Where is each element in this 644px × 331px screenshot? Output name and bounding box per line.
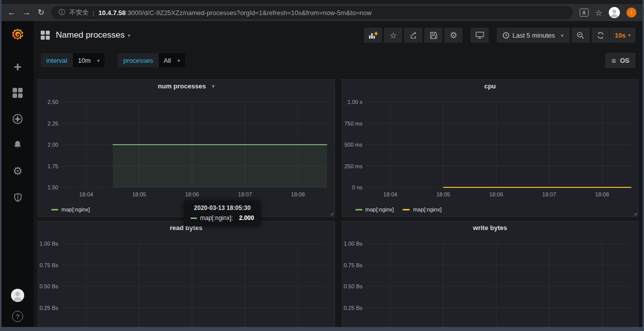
sidebar-item-dashboards[interactable] bbox=[12, 87, 23, 98]
chart-wrap: 2.502.252.001.751.5018:0418:0518:0618:07… bbox=[38, 92, 334, 216]
os-link-label: OS bbox=[620, 57, 629, 64]
chart-canvas-read-bytes[interactable]: 1.00 Bs0.75 Bs0.50 Bs0.25 Bs0 B18:0418:0… bbox=[38, 234, 334, 327]
refresh-interval-caret: ▾ bbox=[628, 33, 630, 38]
grafana-logo[interactable] bbox=[10, 27, 26, 43]
refresh-interval-dropdown[interactable]: 10s ▾ bbox=[609, 28, 635, 43]
legend-item[interactable]: map[:nginx] bbox=[355, 206, 394, 212]
svg-text:0.75 Bs: 0.75 Bs bbox=[40, 262, 59, 268]
refresh-picker: 10s ▾ bbox=[592, 28, 635, 43]
svg-text:18:06: 18:06 bbox=[489, 191, 503, 197]
forward-icon[interactable]: → bbox=[23, 9, 31, 17]
dashboard-navbar: Named processes ▾ ☆ bbox=[34, 21, 642, 49]
chart-wrap: 1.00 s750 ms500 ms250 ms0 ns18:0418:0518… bbox=[342, 92, 638, 216]
share-icon bbox=[410, 32, 417, 39]
time-range-label: Last 5 minutes bbox=[512, 32, 555, 39]
variable-processes[interactable]: processes All ▾ bbox=[118, 53, 185, 67]
reload-icon[interactable]: ↻ bbox=[38, 9, 44, 17]
os-link-button[interactable]: ≡ OS bbox=[605, 53, 635, 68]
legend-color-dash bbox=[355, 209, 362, 210]
mark-favorite-button[interactable]: ☆ bbox=[384, 28, 402, 43]
variable-processes-value[interactable]: All ▾ bbox=[159, 53, 185, 67]
svg-text:18:05: 18:05 bbox=[436, 191, 450, 197]
sidebar-item-server-admin[interactable] bbox=[12, 192, 23, 203]
browser-update-icon[interactable]: ↑ bbox=[626, 8, 636, 18]
panel-grid: num processes ▾ 2.502.252.001.751.5018:0… bbox=[34, 71, 642, 327]
dashboards-grid-icon bbox=[13, 88, 23, 98]
chart-canvas-cpu[interactable]: 1.00 s750 ms500 ms250 ms0 ns18:0418:0518… bbox=[342, 92, 638, 216]
sidebar-item-configuration[interactable]: ⚙ bbox=[12, 166, 23, 177]
graph-tooltip: 2020-03-13 18:05:30 map[:nginx]: 2.000 bbox=[184, 200, 260, 226]
chart-canvas-num-processes[interactable]: 2.502.252.001.751.5018:0418:0518:0618:07… bbox=[38, 92, 334, 216]
legend-color-dash bbox=[403, 209, 410, 210]
time-range-picker[interactable]: Last 5 minutes ▾ bbox=[497, 28, 570, 43]
user-avatar[interactable] bbox=[11, 289, 24, 302]
legend-item[interactable]: map[:nginx] bbox=[403, 206, 441, 212]
browser-actions: A ☆ ↑ bbox=[580, 7, 636, 18]
save-dashboard-button[interactable] bbox=[424, 28, 442, 43]
svg-text:500 ms: 500 ms bbox=[344, 142, 362, 148]
svg-text:18:05: 18:05 bbox=[132, 191, 146, 197]
refresh-interval-value: 10s bbox=[615, 32, 626, 39]
bell-icon bbox=[13, 140, 23, 150]
refresh-button[interactable] bbox=[592, 28, 609, 43]
dashboard-title[interactable]: Named processes bbox=[56, 30, 125, 40]
panel-num-processes: num processes ▾ 2.502.252.001.751.5018:0… bbox=[38, 79, 335, 217]
monitor-icon bbox=[476, 32, 484, 39]
variable-interval-label: interval bbox=[41, 53, 73, 67]
svg-text:18:04: 18:04 bbox=[79, 191, 94, 197]
svg-text:0 ns: 0 ns bbox=[352, 184, 362, 190]
svg-text:18:04: 18:04 bbox=[383, 191, 397, 197]
dashboard-icon bbox=[41, 31, 50, 40]
navbar-actions: ☆ bbox=[362, 28, 635, 43]
info-icon[interactable]: ⓘ bbox=[58, 8, 65, 17]
sidebar-item-create[interactable]: + bbox=[12, 61, 23, 72]
chart-wrap: 1.00 Bs0.75 Bs0.50 Bs0.25 Bs0 B18:0418:0… bbox=[342, 234, 638, 327]
panel-title-write-bytes[interactable]: write bytes bbox=[342, 222, 638, 234]
zoom-out-button[interactable] bbox=[572, 28, 590, 43]
sidebar-item-explore[interactable] bbox=[12, 114, 23, 125]
browser-tabstrip bbox=[2, 0, 642, 4]
compass-icon bbox=[12, 114, 23, 125]
dashboard-title-caret[interactable]: ▾ bbox=[128, 33, 130, 38]
chart-canvas-write-bytes[interactable]: 1.00 Bs0.75 Bs0.50 Bs0.25 Bs0 B18:0418:0… bbox=[342, 234, 638, 327]
panel-resize-handle[interactable] bbox=[330, 212, 333, 215]
share-dashboard-button[interactable] bbox=[404, 28, 422, 43]
chart-legend: map[:nginx]map[:nginx] bbox=[355, 206, 442, 212]
variable-processes-current: All bbox=[164, 57, 171, 64]
svg-text:1.00 Bs: 1.00 Bs bbox=[40, 241, 59, 247]
address-bar[interactable]: ⓘ 不安全 | 10.4.7.58:3000/d/C-9Z25XZz/named… bbox=[51, 6, 572, 19]
dashboard-submenu: interval 10m ▾ processes All ▾ ≡ OS bbox=[34, 49, 642, 71]
hamburger-icon: ≡ bbox=[611, 56, 616, 65]
svg-text:0 B: 0 B bbox=[50, 326, 58, 327]
translate-icon[interactable]: A bbox=[580, 9, 589, 17]
legend-series-name: map[:nginx] bbox=[413, 206, 441, 212]
dashboard-settings-button[interactable]: ⚙ bbox=[444, 28, 463, 43]
panel-resize-handle[interactable] bbox=[633, 212, 637, 215]
zoom-out-icon bbox=[577, 32, 584, 39]
panel-title-text: num processes bbox=[158, 82, 206, 90]
panel-title-num-processes[interactable]: num processes ▾ bbox=[38, 80, 334, 92]
sidebar-item-alerting[interactable] bbox=[12, 140, 23, 151]
tooltip-series-value: 2.000 bbox=[239, 214, 254, 222]
panel-title-cpu[interactable]: cpu bbox=[342, 80, 638, 92]
save-icon bbox=[430, 32, 437, 39]
browser-profile-avatar[interactable] bbox=[609, 7, 620, 18]
help-icon[interactable]: ? bbox=[12, 311, 23, 322]
svg-text:18:08: 18:08 bbox=[595, 191, 609, 197]
browser-window: ← → ↻ ⓘ 不安全 | 10.4.7.58:3000/d/C-9Z25XZz… bbox=[2, 0, 642, 327]
back-icon[interactable]: ← bbox=[8, 9, 16, 17]
cycle-view-button[interactable] bbox=[471, 28, 489, 43]
legend-item[interactable]: map[:nginx] bbox=[51, 206, 90, 212]
svg-text:18:08: 18:08 bbox=[291, 191, 305, 197]
security-label: 不安全 bbox=[69, 8, 88, 17]
add-panel-button[interactable] bbox=[364, 28, 382, 43]
svg-text:2.50: 2.50 bbox=[48, 99, 58, 105]
panel-menu-caret-icon[interactable]: ▾ bbox=[212, 83, 214, 89]
panel-title-text: write bytes bbox=[473, 224, 507, 232]
variable-interval[interactable]: interval 10m ▾ bbox=[41, 53, 105, 67]
tooltip-series-dash bbox=[191, 217, 197, 219]
chart-wrap: 1.00 Bs0.75 Bs0.50 Bs0.25 Bs0 B18:0418:0… bbox=[38, 234, 334, 327]
bookmark-icon[interactable]: ☆ bbox=[595, 8, 602, 18]
variable-interval-value[interactable]: 10m ▾ bbox=[73, 53, 105, 67]
chart-legend: map[:nginx] bbox=[51, 206, 90, 212]
